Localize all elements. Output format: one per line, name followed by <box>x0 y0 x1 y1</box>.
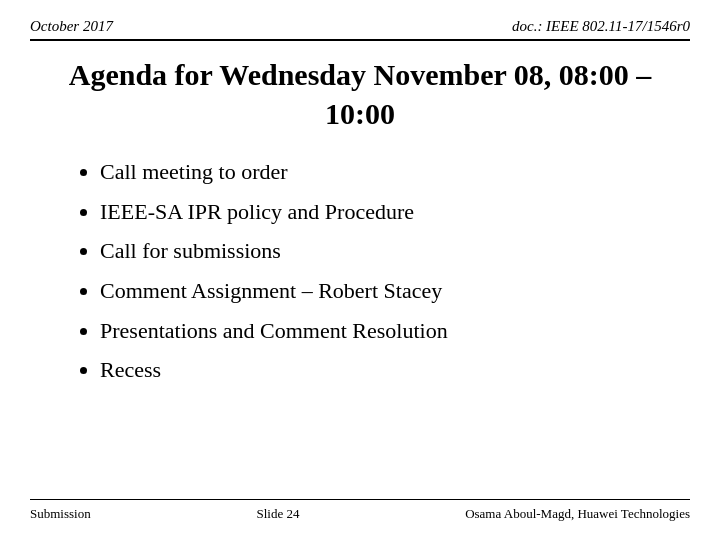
header-date: October 2017 <box>30 18 113 35</box>
slide: October 2017 doc.: IEEE 802.11-17/1546r0… <box>0 0 720 540</box>
slide-title: Agenda for Wednesday November 08, 08:00 … <box>30 55 690 133</box>
list-item: Call for submissions <box>100 236 690 266</box>
header: October 2017 doc.: IEEE 802.11-17/1546r0 <box>30 18 690 41</box>
list-item: Call meeting to order <box>100 157 690 187</box>
header-doc: doc.: IEEE 802.11-17/1546r0 <box>512 18 690 35</box>
list-item: Presentations and Comment Resolution <box>100 316 690 346</box>
footer: Submission Slide 24 Osama Aboul-Magd, Hu… <box>30 499 690 522</box>
footer-submission: Submission <box>30 506 91 522</box>
list-item: Recess <box>100 355 690 385</box>
content-area: Call meeting to orderIEEE-SA IPR policy … <box>30 157 690 499</box>
title-area: Agenda for Wednesday November 08, 08:00 … <box>30 55 690 133</box>
footer-slide-number: Slide 24 <box>256 506 299 522</box>
list-item: Comment Assignment – Robert Stacey <box>100 276 690 306</box>
footer-author: Osama Aboul-Magd, Huawei Technologies <box>465 506 690 522</box>
bullet-list: Call meeting to orderIEEE-SA IPR policy … <box>70 157 690 385</box>
list-item: IEEE-SA IPR policy and Procedure <box>100 197 690 227</box>
